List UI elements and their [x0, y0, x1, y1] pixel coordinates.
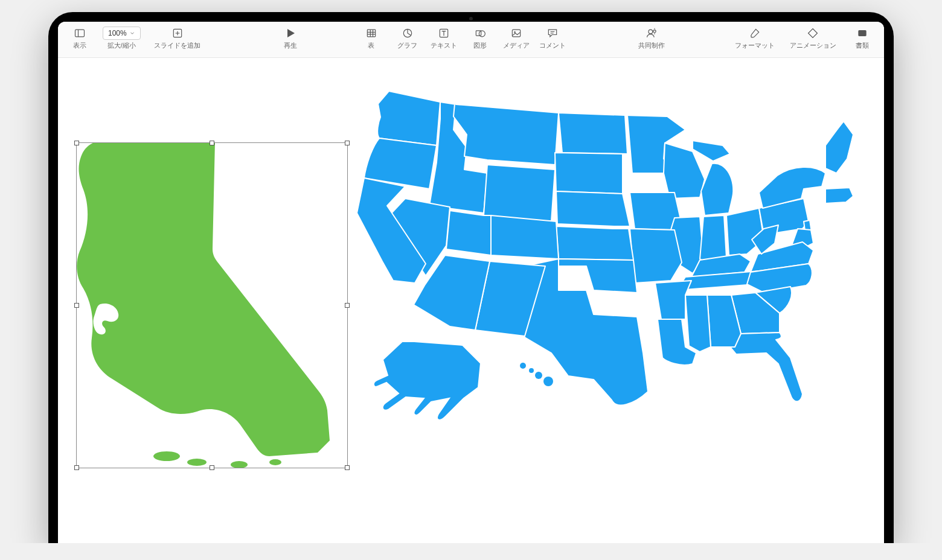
document-icon	[856, 27, 868, 40]
usa-map-shape[interactable]	[354, 82, 855, 438]
chart-button[interactable]: グラフ	[391, 25, 425, 51]
svg-point-16	[479, 31, 485, 37]
play-label: 再生	[284, 41, 297, 50]
collaborate-button[interactable]: 共同制作	[635, 25, 668, 51]
zoom-value: 100%	[103, 27, 141, 40]
collaborate-label: 共同制作	[638, 41, 665, 50]
view-button[interactable]: 表示	[63, 25, 97, 51]
shape-icon	[474, 27, 486, 40]
animate-button[interactable]: アニメーション	[783, 25, 843, 51]
slide-canvas[interactable]	[58, 58, 884, 543]
resize-handle-n[interactable]	[210, 141, 214, 145]
laptop-frame: 表示 100% 拡大/縮小 スライドを追加	[48, 12, 894, 543]
chart-icon	[402, 27, 414, 40]
zoom-value-text: 100%	[108, 29, 127, 37]
zoom-button[interactable]: 100% 拡大/縮小	[99, 25, 144, 51]
resize-handle-s[interactable]	[210, 465, 214, 470]
media-label: メディア	[503, 41, 530, 50]
svg-point-29	[535, 372, 542, 379]
comment-icon	[546, 27, 559, 40]
text-icon	[438, 27, 450, 40]
svg-rect-26	[858, 30, 866, 36]
selection-box	[76, 142, 348, 468]
svg-point-27	[520, 363, 526, 369]
toolbar: 表示 100% 拡大/縮小 スライドを追加	[58, 22, 884, 58]
comment-button[interactable]: コメント	[536, 25, 569, 51]
zoom-label: 拡大/縮小	[107, 41, 136, 50]
text-label: テキスト	[431, 41, 457, 50]
svg-point-28	[529, 368, 534, 373]
resize-handle-e[interactable]	[345, 303, 350, 308]
svg-point-30	[543, 377, 553, 386]
shape-label: 図形	[473, 41, 487, 50]
add-slide-label: スライドを追加	[154, 41, 200, 50]
text-button[interactable]: テキスト	[427, 25, 461, 51]
table-button[interactable]: 表	[354, 25, 388, 51]
shape-button[interactable]: 図形	[463, 25, 497, 51]
table-label: 表	[368, 41, 374, 50]
svg-point-21	[649, 30, 653, 34]
svg-marker-25	[809, 29, 818, 38]
document-button[interactable]: 書類	[845, 25, 879, 51]
animate-icon	[807, 27, 819, 40]
format-button[interactable]: フォーマット	[729, 25, 780, 51]
view-label: 表示	[73, 41, 86, 50]
sidebar-icon	[74, 27, 86, 40]
add-slide-button[interactable]: スライドを追加	[147, 25, 208, 51]
table-icon	[365, 27, 377, 40]
resize-handle-se[interactable]	[345, 465, 350, 470]
chevron-down-icon	[129, 30, 135, 36]
resize-handle-nw[interactable]	[74, 141, 79, 145]
brush-icon	[749, 27, 761, 40]
media-button[interactable]: メディア	[499, 25, 533, 51]
animate-label: アニメーション	[790, 41, 836, 50]
chart-label: グラフ	[397, 41, 417, 50]
camera-notch	[469, 17, 473, 21]
document-label: 書類	[856, 41, 869, 50]
svg-point-22	[653, 30, 656, 33]
svg-rect-6	[367, 30, 375, 37]
play-icon	[283, 27, 298, 40]
app-window: 表示 100% 拡大/縮小 スライドを追加	[58, 22, 884, 543]
plus-icon	[171, 27, 184, 40]
comment-label: コメント	[539, 41, 566, 50]
resize-handle-ne[interactable]	[345, 141, 350, 145]
format-label: フォーマット	[735, 41, 775, 50]
svg-point-18	[514, 31, 516, 33]
collaborate-icon	[646, 27, 658, 40]
resize-handle-sw[interactable]	[74, 465, 79, 470]
svg-marker-5	[287, 29, 295, 37]
media-icon	[510, 27, 522, 40]
play-button[interactable]: 再生	[274, 25, 307, 51]
resize-handle-w[interactable]	[74, 303, 79, 308]
svg-rect-0	[75, 30, 85, 37]
